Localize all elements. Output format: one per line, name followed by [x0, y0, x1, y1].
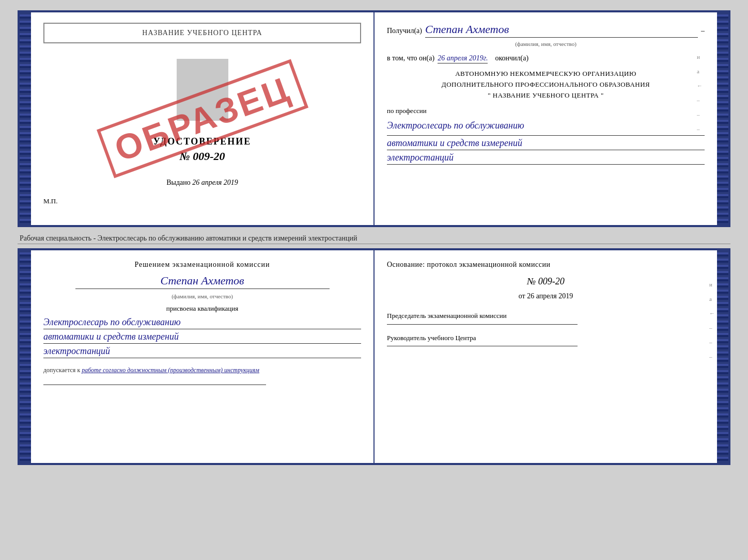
mark-d3-b: –: [709, 354, 715, 360]
protocol-number: № 009-20: [387, 276, 705, 287]
mark-a-b: а: [709, 296, 715, 302]
specialty-text: Рабочая специальность - Электрослесарь п…: [18, 231, 730, 244]
allowed-italic: работе согласно должностным (производств…: [82, 366, 259, 374]
vtom-line: в том, что он(а) 26 апреля 2019г. окончи…: [387, 54, 705, 63]
mark-arrow-b: ←: [709, 310, 715, 316]
director-sig-line: [387, 346, 578, 346]
org-block: АВТОНОМНУЮ НЕКОММЕРЧЕСКУЮ ОРГАНИЗАЦИЮ ДО…: [387, 69, 705, 101]
profession-label: по профессии: [387, 107, 705, 115]
certificate-document-bottom: Решением экзаменационной комиссии Степан…: [18, 248, 730, 465]
spine-left-bottom: [20, 250, 31, 463]
allowed-label: допускается к работе согласно должностны…: [43, 366, 361, 374]
bottom-right-panel: Основание: протокол экзаменационной коми…: [375, 250, 717, 463]
mark-arrow: ←: [697, 83, 703, 89]
allowed-text: допускается к: [43, 366, 80, 374]
decision-title: Решением экзаменационной комиссии: [43, 261, 361, 269]
protocol-date: от 26 апреля 2019: [387, 292, 705, 300]
vtom-label: в том, что он(а): [387, 54, 434, 62]
org-line1: АВТОНОМНУЮ НЕКОММЕРЧЕСКУЮ ОРГАНИЗАЦИЮ: [455, 70, 636, 77]
person-name-bottom: Степан Ахметов: [75, 274, 330, 289]
center-name-box: НАЗВАНИЕ УЧЕБНОГО ЦЕНТРА: [43, 23, 361, 43]
center-name-text: НАЗВАНИЕ УЧЕБНОГО ЦЕНТРА: [142, 29, 262, 37]
fio-sublabel-top: (фамилия, имя, отчество): [387, 41, 705, 47]
issued-label: Выдано: [166, 179, 191, 186]
protocol-date-prefix: от: [519, 292, 525, 300]
cert-number: № 009-20: [43, 150, 361, 163]
mark-d1: –: [697, 97, 703, 103]
mark-d1-b: –: [709, 325, 715, 331]
right-margin-marks-bottom: и а ← – – –: [709, 281, 715, 360]
cert-title: УДОСТОВЕРЕНИЕ: [43, 136, 361, 147]
received-label: Получил(а): [387, 27, 422, 35]
org-line2: ДОПОЛНИТЕЛЬНОГО ПРОФЕССИОНАЛЬНОГО ОБРАЗО…: [442, 81, 650, 88]
mark-i: и: [697, 54, 703, 60]
cert-right-inner: Получил(а) Степан Ахметов – (фамилия, им…: [387, 23, 705, 165]
mark-d3: –: [697, 126, 703, 132]
cert-right-panel: Получил(а) Степан Ахметов – (фамилия, им…: [375, 12, 717, 225]
mp-label: М.П.: [43, 197, 361, 205]
spine-right-bottom: [717, 250, 728, 463]
cert-left-panel: НАЗВАНИЕ УЧЕБНОГО ЦЕНТРА УДОСТОВЕРЕНИЕ №…: [31, 12, 375, 225]
bottom-left-panel: Решением экзаменационной комиссии Степан…: [31, 250, 375, 463]
spine-left: [20, 12, 31, 225]
qual-line3: электростанций: [43, 346, 361, 358]
certificate-document-top: НАЗВАНИЕ УЧЕБНОГО ЦЕНТРА УДОСТОВЕРЕНИЕ №…: [18, 10, 730, 227]
org-line3: " НАЗВАНИЕ УЧЕБНОГО ЦЕНТРА ": [488, 91, 604, 99]
mark-d2: –: [697, 111, 703, 118]
basis-title: Основание: протокол экзаменационной коми…: [387, 261, 705, 269]
qual-line2: автоматики и средств измерений: [43, 331, 361, 344]
issued-date: 26 апреля 2019: [192, 179, 238, 186]
okonchill-label: окончил(а): [495, 54, 528, 62]
mark-i-b: и: [709, 281, 715, 287]
chairman-sig-line: [387, 324, 578, 325]
bottom-sig-line-left: [43, 385, 266, 385]
recipient-name: Степан Ахметов: [425, 23, 698, 38]
photo-placeholder: [177, 59, 228, 121]
dash1: –: [701, 27, 705, 35]
chairman-label: Председатель экзаменационной комиссии: [387, 311, 705, 321]
mark-d2-b: –: [709, 339, 715, 345]
received-line: Получил(а) Степан Ахметов –: [387, 23, 705, 38]
spine-right: [717, 12, 728, 225]
vtom-date: 26 апреля 2019г.: [438, 54, 488, 63]
profession-line3: электростанций: [387, 152, 705, 165]
page-wrapper: НАЗВАНИЕ УЧЕБНОГО ЦЕНТРА УДОСТОВЕРЕНИЕ №…: [10, 10, 738, 465]
right-margin-marks-top: и а ← – – –: [697, 54, 703, 132]
profession-line1: Электрослесарь по обслуживанию: [387, 117, 705, 135]
profession-line2: автоматики и средств измерений: [387, 138, 705, 150]
cert-issued: Выдано 26 апреля 2019: [43, 179, 361, 187]
qual-line1: Электрослесарь по обслуживанию: [43, 317, 361, 329]
mark-a: а: [697, 68, 703, 74]
fio-sublabel-bottom: (фамилия, имя, отчество): [43, 293, 361, 299]
qualification-label: присвоена квалификация: [43, 305, 361, 313]
director-label: Руководитель учебного Центра: [387, 333, 705, 343]
protocol-date-value: 26 апреля 2019: [527, 292, 573, 300]
